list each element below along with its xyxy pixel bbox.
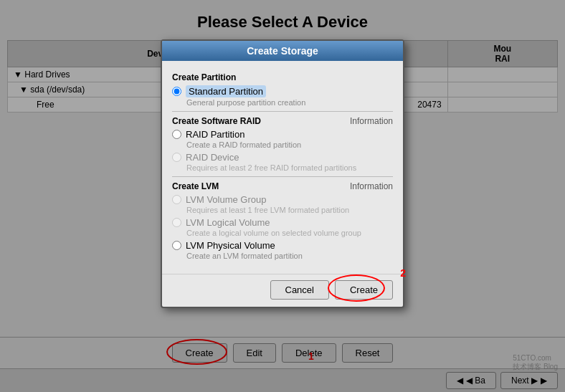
modal-create-wrapper: Create 2 [335, 280, 393, 300]
standard-partition-row: Standard Partition [172, 85, 393, 97]
raid-device-label[interactable]: RAID Device [186, 152, 239, 163]
create-lvm-info: Information [350, 181, 393, 191]
section-divider-2 [172, 176, 393, 177]
lvm-logical-volume-desc: Create a logical volume on selected volu… [186, 229, 393, 237]
annotation-number-2: 2 [400, 267, 406, 279]
create-lvm-section: Create LVM Information [172, 181, 393, 191]
lvm-physical-volume-desc: Create an LVM formated partition [186, 252, 393, 260]
main-container: Please Select A Device Device Size(MB) M… [0, 0, 565, 392]
lvm-logical-volume-label[interactable]: LVM Logical Volume [186, 217, 270, 228]
lvm-volume-group-desc: Requires at least 1 free LVM formated pa… [186, 206, 393, 214]
create-partition-label: Create Partition [172, 72, 236, 82]
modal-footer: Cancel Create 2 [162, 274, 403, 307]
create-lvm-label: Create LVM [172, 181, 219, 191]
modal-overlay: Create Storage Create Partition Standard… [0, 0, 565, 392]
create-storage-modal: Create Storage Create Partition Standard… [161, 39, 404, 308]
raid-partition-radio[interactable] [172, 130, 181, 139]
lvm-volume-group-label[interactable]: LVM Volume Group [186, 194, 266, 205]
raid-partition-label[interactable]: RAID Partition [186, 129, 244, 140]
raid-device-row: RAID Device [172, 152, 393, 163]
raid-device-radio[interactable] [172, 153, 181, 162]
standard-partition-label[interactable]: Standard Partition [186, 85, 266, 97]
modal-body: Create Partition Standard Partition Gene… [162, 61, 403, 269]
lvm-physical-volume-label[interactable]: LVM Physical Volume [186, 240, 275, 251]
modal-title: Create Storage [162, 41, 403, 61]
lvm-logical-volume-row: LVM Logical Volume [172, 217, 393, 228]
create-partition-section: Create Partition [172, 72, 393, 82]
standard-partition-desc: General purpose partition creation [186, 98, 393, 107]
create-raid-label: Create Software RAID [172, 116, 261, 126]
lvm-physical-volume-radio[interactable] [172, 241, 181, 250]
modal-create-button[interactable]: Create [335, 280, 393, 300]
section-divider-1 [172, 111, 393, 112]
modal-cancel-button[interactable]: Cancel [270, 280, 329, 300]
create-raid-section: Create Software RAID Information [172, 116, 393, 126]
standard-partition-radio[interactable] [172, 87, 181, 96]
raid-device-desc: Requires at least 2 free RAID formated p… [186, 163, 393, 172]
lvm-volume-group-radio[interactable] [172, 195, 181, 204]
raid-partition-desc: Create a RAID formated partition [186, 140, 393, 149]
lvm-logical-volume-radio[interactable] [172, 218, 181, 227]
create-raid-info: Information [350, 116, 393, 126]
raid-partition-row: RAID Partition [172, 129, 393, 140]
lvm-volume-group-row: LVM Volume Group [172, 194, 393, 205]
lvm-physical-volume-row: LVM Physical Volume [172, 240, 393, 251]
